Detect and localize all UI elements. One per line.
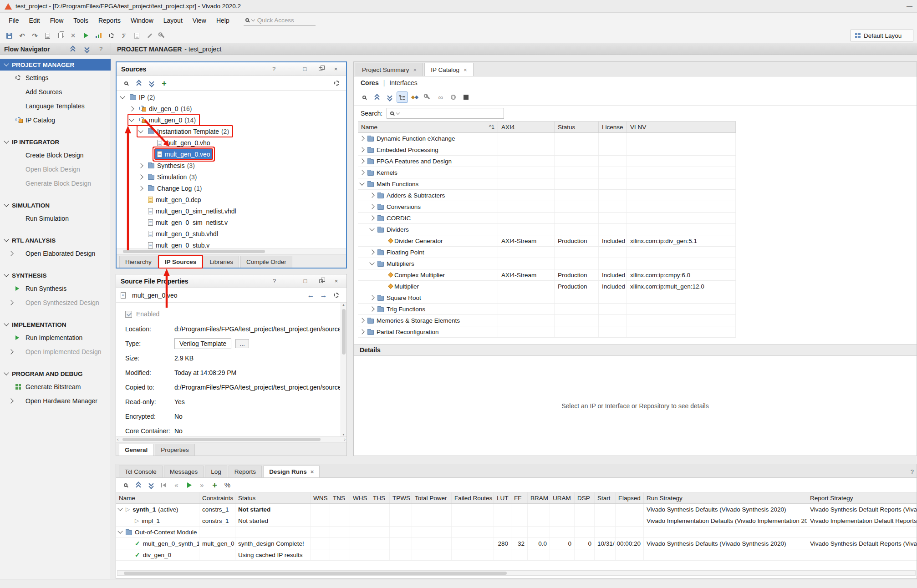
sfp-tab-general[interactable]: General (119, 444, 153, 456)
search-icon[interactable] (358, 91, 370, 103)
runs-col-bram[interactable]: BRAM (528, 492, 550, 503)
subtab-interfaces[interactable]: Interfaces (389, 79, 417, 86)
sfp-tab-properties[interactable]: Properties (155, 444, 195, 456)
catalog-row-dividers[interactable]: Dividers (358, 224, 736, 235)
expand-icon[interactable] (81, 43, 92, 55)
runs-col-run-strategy[interactable]: Run Strategy (644, 492, 807, 503)
tree-node-simulation[interactable]: Simulation(3) (117, 171, 346, 182)
expand-icon[interactable] (145, 479, 157, 491)
chevron-right-icon[interactable] (359, 158, 364, 163)
settings-icon[interactable] (331, 77, 342, 89)
flow-section-rtl-analysis[interactable]: RTL ANALYSIS (0, 234, 111, 246)
chevron-down-icon[interactable] (117, 528, 122, 533)
settings-icon[interactable] (331, 289, 342, 301)
sfp-vertical-scrollbar[interactable] (341, 303, 346, 436)
flow-item-open-implemented-design[interactable]: Open Implemented Design (0, 345, 111, 359)
sources-panel-header[interactable]: Sources ?−□× (117, 62, 346, 76)
menu-window[interactable]: Window (126, 13, 158, 28)
runs-col-ff[interactable]: FF (511, 492, 528, 503)
subtab-cores[interactable]: Cores (361, 79, 379, 86)
flow-item-open-block-design[interactable]: Open Block Design (0, 162, 111, 176)
sum-icon[interactable]: Σ (118, 30, 130, 41)
chevron-right-icon[interactable] (129, 106, 134, 111)
back-icon[interactable]: « (171, 479, 182, 491)
tree-node-mult-gen-0-dcp[interactable]: mult_gen_0.dcp (117, 194, 346, 205)
float-icon[interactable] (315, 63, 326, 75)
menu-reports[interactable]: Reports (93, 13, 126, 28)
runs-col-status[interactable]: Status (235, 492, 311, 503)
chevron-right-icon[interactable] (138, 163, 143, 168)
chevron-right-icon[interactable] (359, 136, 364, 141)
chevron-down-icon[interactable] (129, 117, 134, 122)
runs-col-lut[interactable]: LUT (494, 492, 511, 503)
tree-node-synthesis[interactable]: Synthesis(3) (117, 160, 346, 171)
menu-layout[interactable]: Layout (158, 13, 188, 28)
add-icon[interactable]: + (209, 479, 220, 491)
catalog-row-square-root[interactable]: Square Root (358, 292, 736, 304)
open-icon[interactable] (42, 30, 53, 41)
catalog-row-partial-reconfiguration[interactable]: Partial Reconfiguration (358, 326, 736, 338)
sources-tab-libraries[interactable]: Libraries (204, 256, 239, 268)
catalog-row-multipliers[interactable]: Multipliers (358, 258, 736, 269)
help-icon[interactable]: ? (269, 275, 280, 287)
tree-node-change-log[interactable]: Change Log(1) (117, 182, 346, 194)
arrow-right-icon[interactable]: → (318, 289, 329, 301)
chevron-down-icon[interactable] (359, 180, 364, 185)
close-icon[interactable]: × (311, 468, 314, 475)
chevron-right-icon[interactable] (359, 170, 364, 175)
chevron-right-icon[interactable] (369, 295, 374, 300)
sources-horizontal-scrollbar[interactable] (117, 248, 346, 254)
catalog-col-status[interactable]: Status (555, 122, 599, 132)
editor-tab-project-summary[interactable]: Project Summary× (356, 63, 423, 76)
edit-icon[interactable] (144, 30, 155, 41)
search-icon[interactable] (120, 479, 131, 491)
chevron-right-icon[interactable] (369, 249, 374, 254)
chevron-right-icon[interactable] (369, 306, 374, 311)
chevron-down-icon[interactable] (120, 94, 125, 99)
catalog-row-conversions[interactable]: Conversions (358, 201, 736, 213)
bottom-tab-messages[interactable]: Messages (164, 466, 204, 477)
minimize-window-icon[interactable]: — (907, 3, 912, 9)
chevron-right-icon[interactable] (359, 147, 364, 152)
probe-icon[interactable] (157, 30, 168, 41)
tree-node-mult-gen-0-vho[interactable]: mult_gen_0.vho (117, 137, 346, 148)
editor-tab-ip-catalog[interactable]: IP Catalog× (424, 63, 473, 76)
report-icon[interactable] (131, 30, 143, 41)
catalog-row-fpga-features-and-design[interactable]: FPGA Features and Design (358, 156, 736, 167)
runs-col-constraints[interactable]: Constraints (199, 492, 235, 503)
catalog-col-vlnv[interactable]: VLNV (627, 122, 736, 132)
run-row-impl-1[interactable]: ▷impl_1constrs_1Not startedVivado Implem… (116, 515, 917, 527)
float-icon[interactable] (315, 275, 326, 287)
flow-item-language-templates[interactable]: Language Templates (0, 99, 111, 113)
expand-icon[interactable] (384, 91, 395, 103)
delete-icon[interactable]: × (67, 30, 79, 41)
bottom-tab-reports[interactable]: Reports (229, 466, 262, 477)
flow-item-create-block-design[interactable]: Create Block Design (0, 148, 111, 162)
chevron-down-icon[interactable] (369, 260, 374, 265)
copy-icon[interactable] (55, 30, 66, 41)
menu-flow[interactable]: Flow (45, 13, 69, 28)
flow-section-ip-integrator[interactable]: IP INTEGRATOR (0, 136, 111, 148)
link-icon[interactable]: ∞ (435, 91, 446, 103)
minimize-icon[interactable]: − (284, 63, 295, 75)
tree-node-div-gen-0[interactable]: div_gen_0(16) (117, 103, 346, 114)
flow-section-project-manager[interactable]: PROJECT MANAGER (0, 59, 111, 71)
close-icon[interactable]: × (413, 66, 417, 73)
menu-view[interactable]: View (188, 13, 211, 28)
runs-col-whs[interactable]: WHS (350, 492, 370, 503)
flow-section-synthesis[interactable]: SYNTHESIS (0, 269, 111, 281)
play-icon[interactable] (183, 479, 195, 491)
world-icon[interactable] (448, 91, 459, 103)
help-icon[interactable]: ? (911, 468, 914, 475)
menu-file[interactable]: File (4, 13, 24, 28)
chevron-right-icon[interactable] (369, 215, 374, 220)
flow-item-open-synthesized-design[interactable]: Open Synthesized Design (0, 295, 111, 309)
maximize-icon[interactable]: □ (299, 63, 311, 75)
tree-node-mult-gen-0-stub-v[interactable]: mult_gen_0_stub.v (117, 239, 346, 248)
collapse-icon[interactable] (133, 77, 144, 89)
scroll-right-icon[interactable]: › (344, 436, 346, 442)
runs-col-name[interactable]: Name (116, 492, 199, 503)
runs-col-start[interactable]: Start (595, 492, 616, 503)
chevron-right-icon[interactable] (369, 193, 374, 198)
collapse-icon[interactable] (67, 43, 78, 55)
